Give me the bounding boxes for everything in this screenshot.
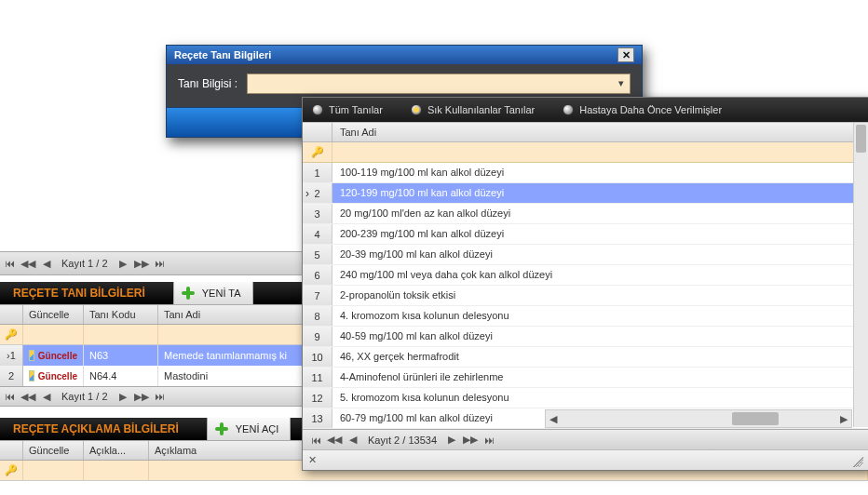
dropdown-pager: ⏮ ◀◀ ◀ Kayıt 2 / 13534 ▶ ▶▶ ⏭ ◀ ▶: [303, 429, 868, 449]
dropdown-row[interactable]: 1100-119 mg/100 ml kan alkol düzeyi: [303, 163, 868, 183]
dropdown-filter-input[interactable]: [332, 142, 868, 162]
pager-text: Kayıt 2 / 13534: [368, 435, 437, 446]
dropdown-row-index: 13: [303, 408, 332, 428]
aciklama-header-guncelle: Güncelle: [23, 441, 84, 460]
dropdown-row-label: 200-239 mg/100 ml kan alkol düzeyi: [332, 224, 868, 244]
pager-prev-icon[interactable]: ◀: [38, 388, 55, 405]
dropdown-row-index: 7: [303, 286, 332, 305]
plus-icon: [213, 421, 230, 437]
radio-icon: [411, 104, 422, 115]
pager-first-icon[interactable]: ⏮: [1, 388, 18, 405]
dropdown-row[interactable]: 2120-199 mg/100 ml kan alkol düzeyi: [303, 183, 868, 204]
plus-icon: [180, 285, 197, 301]
pager-first-icon[interactable]: ⏮: [307, 432, 324, 448]
pager-last-icon[interactable]: ⏭: [481, 432, 497, 448]
aciklama-header-short: Açıkla...: [84, 441, 149, 460]
filter-icon[interactable]: 🔑: [0, 325, 23, 344]
radio-sik-kullanilanlar[interactable]: Sık Kullanılanlar Tanılar: [411, 104, 535, 115]
dropdown-row-index: 3: [303, 204, 332, 223]
pager-nextpage-icon[interactable]: ▶▶: [133, 388, 150, 405]
dropdown-row-label: 240 mg/100 ml veya daha çok kan alkol dü…: [332, 265, 868, 285]
pager-prev-icon[interactable]: ◀: [38, 255, 55, 272]
scroll-thumb[interactable]: [856, 125, 866, 153]
add-aciklama-button[interactable]: YENİ AÇI: [207, 418, 291, 440]
dropdown-row-label: 20 mg/100 ml'den az kan alkol düzeyi: [332, 204, 868, 223]
pager-last-icon[interactable]: ⏭: [152, 388, 169, 405]
dropdown-row-index: 6: [303, 265, 332, 285]
add-tani-button[interactable]: YENİ TA: [173, 282, 253, 304]
dropdown-row[interactable]: 84. kromozom kısa kolunun delesyonu: [303, 306, 868, 327]
pager-first-icon[interactable]: ⏮: [1, 255, 18, 272]
tani-filter-kodu[interactable]: [84, 325, 158, 344]
dropdown-row[interactable]: 6240 mg/100 ml veya daha çok kan alkol d…: [303, 265, 868, 286]
dropdown-row-label: 2-propanolün toksik etkisi: [332, 286, 868, 305]
radio-hastaya-onceki[interactable]: Hastaya Daha Önce Verilmişler: [563, 104, 722, 115]
dropdown-row-index: 1: [303, 163, 332, 182]
dropdown-row[interactable]: 4200-239 mg/100 ml kan alkol düzeyi: [303, 224, 868, 245]
dropdown-row-label: 5. kromozom kısa kolunun delesyonu: [332, 388, 868, 408]
pager-prevpage-icon[interactable]: ◀◀: [326, 432, 343, 448]
dropdown-row-index: 9: [303, 327, 332, 346]
dropdown-row-index: 4: [303, 224, 332, 244]
modal-title-text: Reçete Tanı Bilgileri: [174, 49, 271, 60]
dropdown-row-label: 100-119 mg/100 ml kan alkol düzeyi: [332, 163, 868, 182]
pager-next-icon[interactable]: ▶: [115, 255, 131, 272]
pager-prev-icon[interactable]: ◀: [345, 432, 361, 448]
pager-next-icon[interactable]: ▶: [115, 388, 131, 405]
dropdown-row-index: 8: [303, 306, 332, 326]
dropdown-row-index: 5: [303, 245, 332, 264]
tani-kodu-cell: N64.4: [84, 366, 158, 386]
vertical-scrollbar[interactable]: [853, 123, 868, 427]
dropdown-row-index: 12: [303, 388, 332, 408]
dropdown-row[interactable]: 1046, XX gerçek hermafrodit: [303, 347, 868, 368]
dropdown-row-label: 4. kromozom kısa kolunun delesyonu: [332, 306, 868, 326]
section-aciklama-title: REÇETE AÇIKLAMA BİLGİLERİ: [4, 421, 188, 437]
pager-nextpage-icon[interactable]: ▶▶: [133, 255, 150, 272]
scroll-left-icon[interactable]: ◀: [546, 413, 561, 425]
scroll-thumb[interactable]: [732, 412, 779, 425]
pager-nextpage-icon[interactable]: ▶▶: [462, 432, 479, 448]
dropdown-row-label: 120-199 mg/100 ml kan alkol düzeyi: [332, 183, 868, 203]
dropdown-row[interactable]: 320 mg/100 ml'den az kan alkol düzeyi: [303, 204, 868, 224]
scroll-right-icon[interactable]: ▶: [836, 413, 851, 425]
dropdown-row[interactable]: 520-39 mg/100 ml kan alkol düzeyi: [303, 245, 868, 265]
guncelle-link[interactable]: Güncelle: [23, 345, 84, 366]
pager-prevpage-icon[interactable]: ◀◀: [20, 255, 36, 272]
close-icon[interactable]: ✕: [617, 47, 634, 62]
edit-icon: [29, 350, 34, 361]
dropdown-filter-row: 🔑: [303, 142, 868, 163]
radio-icon: [563, 104, 574, 115]
add-tani-button-label: YENİ TA: [202, 288, 241, 299]
tani-header-kodu: Tanı Kodu: [84, 305, 158, 324]
pager-text: Kayıt 1 / 2: [61, 391, 108, 402]
dropdown-row-index: 2: [303, 183, 332, 203]
modal-field-label: Tanı Bilgisi :: [178, 77, 237, 90]
filter-icon[interactable]: 🔑: [0, 461, 23, 480]
dropdown-rows: 1100-119 mg/100 ml kan alkol düzeyi2120-…: [303, 163, 868, 429]
pager-next-icon[interactable]: ▶: [443, 432, 460, 448]
dropdown-row-label: 4-Aminofenol ürünleri ile zehirlenme: [332, 368, 868, 387]
filter-icon[interactable]: 🔑: [303, 142, 332, 162]
add-aciklama-button-label: YENİ AÇI: [236, 423, 278, 435]
resize-grip-icon[interactable]: [850, 454, 863, 467]
pager-last-icon[interactable]: ⏭: [152, 255, 169, 272]
tani-dropdown-panel: Tüm Tanılar Sık Kullanılanlar Tanılar Ha…: [302, 97, 868, 471]
radio-all-tanilar[interactable]: Tüm Tanılar: [312, 104, 383, 115]
dropdown-row-label: 20-39 mg/100 ml kan alkol düzeyi: [332, 245, 868, 264]
section-tani-title: REÇETE TANI BİLGİLERİ: [4, 285, 155, 301]
dropdown-header-name: Tanı Adi: [332, 123, 868, 141]
dropdown-row[interactable]: 940-59 mg/100 ml kan alkol düzeyi: [303, 327, 868, 347]
dropdown-row[interactable]: 114-Aminofenol ürünleri ile zehirlenme: [303, 368, 868, 388]
horizontal-scrollbar[interactable]: ◀ ▶: [545, 409, 852, 428]
dropdown-grid-header: Tanı Adi: [303, 122, 868, 142]
dropdown-row[interactable]: 125. kromozom kısa kolunun delesyonu: [303, 388, 868, 408]
close-icon[interactable]: ✕: [308, 454, 317, 466]
guncelle-link[interactable]: Güncelle: [23, 366, 84, 386]
tani-filter-guncelle[interactable]: [23, 325, 84, 344]
tani-filter-radio-strip: Tüm Tanılar Sık Kullanılanlar Tanılar Ha…: [303, 98, 868, 122]
pager-prevpage-icon[interactable]: ◀◀: [20, 388, 36, 405]
dropdown-row-label: 46, XX gerçek hermafrodit: [332, 347, 868, 367]
tani-combo[interactable]: [247, 74, 631, 94]
radio-icon: [312, 104, 323, 115]
dropdown-row[interactable]: 72-propanolün toksik etkisi: [303, 286, 868, 306]
